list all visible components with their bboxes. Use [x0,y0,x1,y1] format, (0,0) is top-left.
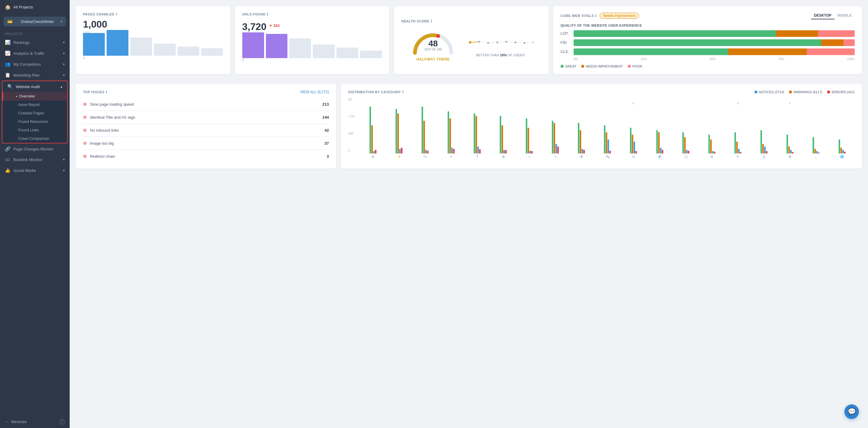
cwv-legend-item: POOR [628,64,642,68]
health-score-title: HEALTH SCORE ℹ [401,19,432,23]
gauge-label: HALFWAY THERE [416,57,450,61]
sidebar-item-label: Backlink Monitor [13,157,42,162]
project-name: OnlineCheckWriter [21,20,54,24]
column-icon: <> [424,155,427,158]
distribution-chart: ✓⚙✓⚡✓<>✓≡✓T✓⊞✓□✓∿✓≣✓🔍✓⊡✓🔗✓◯✓⊟✓↻✓☑✓⊞✓_✓🌐 [361,98,855,158]
distribution-header: DISTRIBUTION BY CATEGORY ℹ NOTICES (2714… [348,90,855,94]
bar [83,33,105,56]
home-icon: 🏠 [5,4,11,10]
view-all-link[interactable]: VIEW ALL (9,272) [300,90,329,94]
sidebar-item-rankings[interactable]: 📊 Rankings ▾ [0,37,70,48]
sidebar-sub-item-issue-report[interactable]: · Issue Report [2,100,67,109]
distribution-bar [552,121,553,154]
all-projects-link[interactable]: 🏠 All Projects [0,0,70,14]
distribution-bar [583,150,585,154]
cwv-tab-desktop[interactable]: DESKTOP [811,12,835,20]
distribution-info-icon[interactable]: ℹ [402,90,404,94]
issue-row[interactable]: ⊗ Slow page loading speed 213 [83,98,329,111]
column-bars [474,106,480,154]
minimize-button[interactable]: ← Minimize ? [0,415,70,428]
distribution-bar [839,139,840,154]
distribution-column: ✓⊡ [621,101,646,158]
sidebar-sub-item-found-links[interactable]: · Found Links [2,126,67,134]
pages-crawled-title: PAGES CRAWLED ℹ [83,12,223,17]
svg-line-10 [525,42,534,43]
top-issues-info-icon[interactable]: ℹ [106,90,107,94]
cwv-legend: GREAT NEEDS IMPROVEMENT POOR [561,64,855,68]
svg-line-7 [497,42,506,42]
issue-text: Identical Title and H1 tags [90,115,135,120]
distribution-column: ✓⊞ [491,101,516,158]
bar [106,30,128,56]
svg-point-13 [496,41,498,43]
gauge-footer-pct: 10% [500,53,507,57]
column-icon: ⊞ [502,155,504,158]
column-icon: ⊟ [711,155,713,158]
issue-text: Slow page loading speed [90,102,134,106]
dot-icon: · [16,103,17,106]
legend-label: WARNINGS (6117) [794,90,822,94]
distribution-bar [604,125,606,154]
distribution-bar [630,128,631,154]
chevron-down-icon: ▾ [61,20,62,24]
urls-found-info-icon[interactable]: ℹ [267,12,269,17]
distribution-column: ✓<> [412,101,438,158]
issue-row[interactable]: ⊗ Redirect chain 3 [83,150,329,163]
issue-row[interactable]: ⊗ No inbound links 42 [83,124,329,137]
chevron-icon: ▾ [63,169,65,172]
sidebar-sub-item-crawl-comparison[interactable]: · Crawl Comparison [2,134,67,143]
cwv-great-seg [574,30,776,37]
sidebar-sub-item-crawled-pages[interactable]: · Crawled Pages [2,109,67,118]
project-selector[interactable]: 💳 OnlineCheckWriter ▾ [4,17,66,26]
distribution-bar [816,151,818,154]
column-icon: ⚙ [372,155,374,158]
chat-bubble[interactable]: 💬 [844,404,859,419]
distribution-bar [555,144,557,154]
distribution-bar [427,151,429,154]
sidebar-sub-item-overview[interactable]: ● Overview [2,92,67,100]
distribution-legend-item: ERRORS (441) [827,90,855,94]
column-icon: T [476,155,478,158]
issue-error-icon: ⊗ [83,154,87,159]
pages-crawled-info-icon[interactable]: ℹ [116,12,118,17]
sidebar-item-page-changes[interactable]: 🔗 Page Changes Monitor [0,143,70,154]
distribution-column: ✓⚡ [386,101,411,158]
bar [289,38,311,58]
sidebar-item-backlink[interactable]: 🏷 Backlink Monitor ▾ [0,154,70,165]
distribution-column: ✓🔗 [647,101,672,158]
column-bars [604,106,611,154]
sidebar-item-marketing[interactable]: 📋 Marketing Plan ▾ [0,70,70,80]
sidebar-item-analytics[interactable]: 📈 Analytics & Traffic ▾ [0,48,70,59]
dot-icon: · [16,121,17,123]
urls-found-chart [242,40,382,58]
distribution-bar [818,153,819,154]
distribution-column: ✓≣ [569,101,594,158]
issue-row[interactable]: ⊗ Image too big 37 [83,137,329,150]
help-icon[interactable]: ? [59,419,65,424]
cwv-info-icon[interactable]: ℹ [595,13,597,18]
dot-icon: · [16,129,17,132]
distribution-column: ✓🔍 [595,101,620,158]
sidebar-item-audit[interactable]: 🔍 Website Audit ▴ [2,81,67,92]
svg-text:OUT OF 100: OUT OF 100 [424,48,441,51]
check-icon: ✓ [789,101,792,105]
distribution-column: ✓⊟ [699,101,724,158]
legend-dot [754,91,757,94]
cwv-tab-mobile[interactable]: MOBILE [834,12,855,20]
project-icon: 💳 [7,19,12,24]
cwv-legend-label: POOR [632,64,642,68]
cwv-legend-dot [628,65,631,68]
cwv-bar-track [574,30,855,37]
sidebar-item-social[interactable]: 👍 Social Media ▾ [0,165,70,176]
sidebar: 🏠 All Projects 💳 OnlineCheckWriter ▾ PRO… [0,0,70,428]
sidebar-sub-item-found-resources[interactable]: · Found Resources [2,118,67,126]
cwv-bar-track [574,39,855,46]
issue-count: 3 [327,154,329,159]
distribution-bar [371,125,373,154]
bar [313,44,335,58]
issue-row[interactable]: ⊗ Identical Title and H1 tags 144 [83,111,329,124]
issue-error-icon: ⊗ [83,140,87,146]
health-score-info-icon[interactable]: ℹ [431,19,433,23]
column-icon: 🔗 [658,155,661,158]
sidebar-item-competitors[interactable]: 👥 My Competitors ▾ [0,59,70,70]
